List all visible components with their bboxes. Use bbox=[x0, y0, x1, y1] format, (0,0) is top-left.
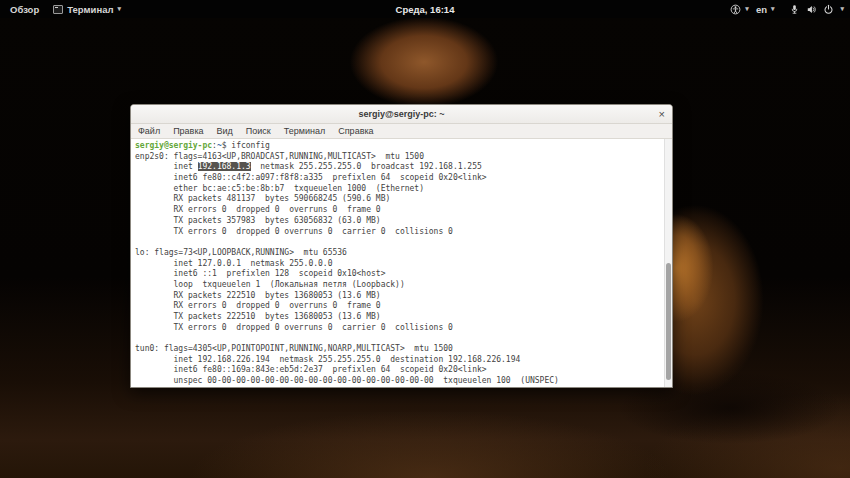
terminal-line bbox=[135, 333, 662, 344]
terminal-window: sergiy@sergiy-pc: ~ × ФайлПравкаВидПоиск… bbox=[130, 104, 673, 388]
terminal-line: sergiy@sergiy-pc:~$ ifconfig bbox=[135, 141, 662, 152]
terminal-line: RX packets 481137 bytes 590668245 (590.6… bbox=[135, 194, 662, 205]
terminal-line: TX errors 0 dropped 0 overruns 0 carrier… bbox=[135, 227, 662, 238]
menu-item-0[interactable]: Файл bbox=[138, 126, 160, 136]
terminal-line: TX errors 0 dropped 0 overruns 0 carrier… bbox=[135, 323, 662, 334]
terminal-line: ether bc:ae:c5:be:8b:b7 txqueuelen 1000 … bbox=[135, 184, 662, 195]
top-bar: Обзор Терминал ▾ Среда, 16:14 ▾ en ▾ bbox=[0, 0, 850, 18]
microphone-icon bbox=[789, 4, 800, 15]
window-title: sergiy@sergiy-pc: ~ bbox=[358, 109, 444, 119]
menu-item-3[interactable]: Поиск bbox=[246, 126, 271, 136]
desktop: Обзор Терминал ▾ Среда, 16:14 ▾ en ▾ bbox=[0, 0, 850, 478]
terminal-line: loop txqueuelen 1 (Локальная петля (Loop… bbox=[135, 280, 662, 291]
terminal-line bbox=[135, 237, 662, 248]
accessibility-icon bbox=[730, 4, 741, 15]
scrollbar-thumb[interactable] bbox=[666, 263, 671, 380]
chevron-down-icon: ▾ bbox=[745, 5, 749, 13]
terminal-line: inet6 ::1 prefixlen 128 scopeid 0x10<hos… bbox=[135, 269, 662, 280]
terminal-line: enp2s0: flags=4163<UP,BROADCAST,RUNNING,… bbox=[135, 152, 662, 163]
terminal-line: inet 192.168.226.194 netmask 255.255.255… bbox=[135, 355, 662, 366]
terminal-line: inet6 fe80::c4f2:a097:f8f8:a335 prefixle… bbox=[135, 173, 662, 184]
terminal-line: RX errors 0 dropped 0 overruns 0 frame 0 bbox=[135, 301, 662, 312]
terminal-line: inet6 fe80::169a:843e:eb5d:2e37 prefixle… bbox=[135, 365, 662, 376]
close-icon[interactable]: × bbox=[659, 107, 665, 121]
power-icon bbox=[823, 4, 834, 15]
terminal-output[interactable]: sergiy@sergiy-pc:~$ ifconfigenp2s0: flag… bbox=[131, 139, 672, 387]
clock[interactable]: Среда, 16:14 bbox=[0, 4, 850, 15]
menu-item-1[interactable]: Правка bbox=[173, 126, 203, 136]
system-status-menu[interactable]: ▾ bbox=[789, 4, 844, 15]
menu-item-5[interactable]: Справка bbox=[338, 126, 373, 136]
terminal-line: inet 127.0.0.1 netmask 255.0.0.0 bbox=[135, 259, 662, 270]
chevron-down-icon: ▾ bbox=[771, 5, 775, 13]
chevron-down-icon: ▾ bbox=[840, 5, 844, 13]
terminal-line: RX errors 0 dropped 0 overruns 0 frame 0 bbox=[135, 205, 662, 216]
terminal-line: tun0: flags=4305<UP,POINTOPOINT,RUNNING,… bbox=[135, 344, 662, 355]
keyboard-layout-menu[interactable]: en ▾ bbox=[756, 4, 775, 15]
terminal-text: sergiy@sergiy-pc:~$ ifconfigenp2s0: flag… bbox=[135, 141, 662, 387]
language-label: en bbox=[756, 4, 767, 15]
volume-icon bbox=[806, 4, 817, 15]
accessibility-menu[interactable]: ▾ bbox=[730, 4, 749, 15]
menu-bar: ФайлПравкаВидПоискТерминалСправка bbox=[131, 124, 672, 139]
menu-item-4[interactable]: Терминал bbox=[284, 126, 325, 136]
menu-item-2[interactable]: Вид bbox=[217, 126, 233, 136]
terminal-line: unspec 00-00-00-00-00-00-00-00-00-00-00-… bbox=[135, 376, 662, 387]
terminal-line: inet 192.168.1.3 netmask 255.255.255.0 b… bbox=[135, 162, 662, 173]
window-titlebar[interactable]: sergiy@sergiy-pc: ~ × bbox=[131, 105, 672, 124]
scrollbar[interactable] bbox=[664, 139, 672, 387]
terminal-line: lo: flags=73<UP,LOOPBACK,RUNNING> mtu 65… bbox=[135, 248, 662, 259]
terminal-line: TX packets 357983 bytes 63056832 (63.0 M… bbox=[135, 216, 662, 227]
terminal-line: TX packets 222510 bytes 13680053 (13.6 M… bbox=[135, 312, 662, 323]
terminal-line: RX packets 222510 bytes 13680053 (13.6 M… bbox=[135, 291, 662, 302]
